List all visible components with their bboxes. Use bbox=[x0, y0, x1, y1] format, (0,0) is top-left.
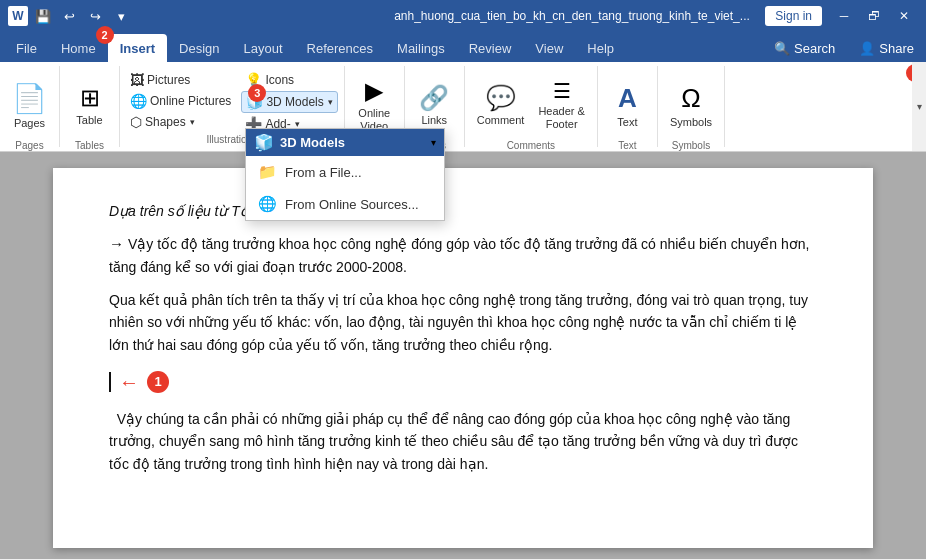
redo-btn[interactable]: ↪ bbox=[84, 5, 106, 27]
ribbon-scroll[interactable]: ▾ bbox=[912, 62, 926, 151]
shapes-arrow-icon: ▾ bbox=[190, 117, 195, 127]
ribbon: 📄 Pages Pages ⊞ Table Tables 🖼 Pictures bbox=[0, 62, 926, 152]
3d-models-button[interactable]: 🧊 3D Models ▾ 3 bbox=[241, 91, 337, 113]
from-file-label: From a File... bbox=[285, 165, 362, 180]
from-online-icon: 🌐 bbox=[258, 195, 277, 213]
word-icon: W bbox=[8, 6, 28, 26]
pictures-icon: 🖼 bbox=[130, 72, 144, 88]
title-bar-right: Sign in ─ 🗗 ✕ bbox=[765, 2, 918, 30]
group-tables: ⊞ Table Tables bbox=[60, 66, 120, 147]
cursor-bar bbox=[109, 372, 111, 392]
group-pages-label: Pages bbox=[15, 140, 43, 153]
para-4: Vậy chúng ta cần phải có những giải pháp… bbox=[109, 408, 817, 475]
group-text-label: Text bbox=[618, 140, 636, 153]
tab-review[interactable]: Review bbox=[457, 34, 524, 62]
group-tables-label: Tables bbox=[75, 140, 104, 153]
dropdown-header: 🧊 3D Models ▾ bbox=[246, 129, 444, 156]
group-text: A Text Text bbox=[598, 66, 658, 147]
from-file-icon: 📁 bbox=[258, 163, 277, 181]
links-icon: 🔗 bbox=[419, 84, 449, 112]
shapes-icon: ⬡ bbox=[130, 114, 142, 130]
save-quick-btn[interactable]: 💾 bbox=[32, 5, 54, 27]
dropdown-from-file[interactable]: 📁 From a File... bbox=[246, 156, 444, 188]
illustrations-left-col: 🖼 Pictures 🌐 Online Pictures ⬡ Shapes ▾ bbox=[126, 70, 235, 132]
ribbon-tabs: File Home 2 Insert Design Layout Referen… bbox=[0, 32, 926, 62]
para-italic: Dựa trên số liệu từ Tổng cục thống kê. bbox=[109, 200, 817, 222]
dropdown-arrow-icon: ▾ bbox=[431, 137, 436, 148]
3d-models-arrow-icon: ▾ bbox=[328, 97, 333, 107]
share-tab[interactable]: 👤 Share bbox=[847, 34, 926, 62]
symbols-button[interactable]: Ω Symbols bbox=[664, 70, 718, 140]
dropdown-header-icon: 🧊 bbox=[254, 133, 274, 152]
tab-file[interactable]: File bbox=[4, 34, 49, 62]
tab-help[interactable]: Help bbox=[575, 34, 626, 62]
illustrations-right-col: 💡 Icons 🧊 3D Models ▾ 3 ➕ Add- ▾ bbox=[241, 70, 337, 134]
table-button[interactable]: ⊞ Table bbox=[68, 70, 112, 140]
tab-design[interactable]: Design bbox=[167, 34, 231, 62]
tab-insert[interactable]: Insert bbox=[108, 34, 167, 62]
marker-3: 3 bbox=[248, 84, 266, 102]
search-tab[interactable]: 🔍 Search bbox=[762, 34, 847, 62]
arrow-right-icon: → bbox=[109, 232, 124, 256]
quick-access-more-btn[interactable]: ▾ bbox=[110, 5, 132, 27]
document-area: Dựa trên số liệu từ Tổng cục thống kê. →… bbox=[0, 152, 926, 559]
from-online-label: From Online Sources... bbox=[285, 197, 419, 212]
group-comments: 💬 Comment ☰ Header &Footer Comments bbox=[465, 66, 598, 147]
marker-1: 1 bbox=[147, 371, 169, 393]
para-3: Qua kết quả phân tích trên ta thấy vị tr… bbox=[109, 289, 817, 356]
pages-icon: 📄 bbox=[12, 82, 47, 115]
marker-2: 2 bbox=[96, 26, 114, 44]
tab-home[interactable]: Home 2 bbox=[49, 34, 108, 62]
pictures-button[interactable]: 🖼 Pictures bbox=[126, 70, 235, 90]
title-bar: W 💾 ↩ ↪ ▾ anh_huong_cua_tien_bo_kh_cn_de… bbox=[0, 0, 926, 32]
search-icon: 🔍 bbox=[774, 41, 790, 56]
group-symbols-label: Symbols bbox=[672, 140, 710, 153]
title-bar-left: W 💾 ↩ ↪ ▾ bbox=[8, 5, 379, 27]
left-arrow-icon: ← bbox=[119, 366, 139, 398]
tab-view[interactable]: View bbox=[523, 34, 575, 62]
file-title: anh_huong_cua_tien_bo_kh_cn_den_tang_tru… bbox=[387, 9, 758, 23]
document-page[interactable]: Dựa trên số liệu từ Tổng cục thống kê. →… bbox=[53, 168, 873, 548]
group-pages: 📄 Pages Pages bbox=[0, 66, 60, 147]
text-icon: A bbox=[618, 83, 637, 114]
dropdown-header-label: 3D Models bbox=[280, 135, 345, 150]
tab-mailings[interactable]: Mailings bbox=[385, 34, 457, 62]
comment-button[interactable]: 💬 Comment bbox=[471, 70, 531, 140]
tab-layout[interactable]: Layout bbox=[232, 34, 295, 62]
shapes-button[interactable]: ⬡ Shapes ▾ bbox=[126, 112, 235, 132]
pages-button[interactable]: 📄 Pages bbox=[6, 70, 53, 140]
3d-models-dropdown: 🧊 3D Models ▾ 📁 From a File... 🌐 From On… bbox=[245, 128, 445, 221]
ribbon-scroll-icon: ▾ bbox=[917, 101, 922, 112]
header-footer-icon: ☰ bbox=[553, 79, 571, 103]
header-footer-button[interactable]: ☰ Header &Footer bbox=[532, 70, 590, 140]
text-button[interactable]: A Text bbox=[605, 70, 649, 140]
table-icon: ⊞ bbox=[80, 84, 100, 112]
online-video-icon: ▶ bbox=[365, 77, 383, 105]
para-2: →Vậy tốc độ tăng trưởng khoa học công ng… bbox=[109, 232, 817, 278]
symbols-icon: Ω bbox=[681, 83, 700, 114]
comment-icon: 💬 bbox=[486, 84, 516, 112]
undo-btn[interactable]: ↩ bbox=[58, 5, 80, 27]
sign-in-button[interactable]: Sign in bbox=[765, 6, 822, 26]
dropdown-from-online[interactable]: 🌐 From Online Sources... bbox=[246, 188, 444, 220]
group-comments-label: Comments bbox=[507, 140, 555, 153]
online-pictures-icon: 🌐 bbox=[130, 93, 147, 109]
online-pictures-button[interactable]: 🌐 Online Pictures bbox=[126, 91, 235, 111]
close-btn[interactable]: ✕ bbox=[890, 2, 918, 30]
tab-references[interactable]: References bbox=[295, 34, 385, 62]
group-symbols: Ω Symbols Symbols bbox=[658, 66, 725, 147]
cursor-line: ← 1 bbox=[109, 366, 817, 398]
maximize-btn[interactable]: 🗗 bbox=[860, 2, 888, 30]
minimize-btn[interactable]: ─ bbox=[830, 2, 858, 30]
